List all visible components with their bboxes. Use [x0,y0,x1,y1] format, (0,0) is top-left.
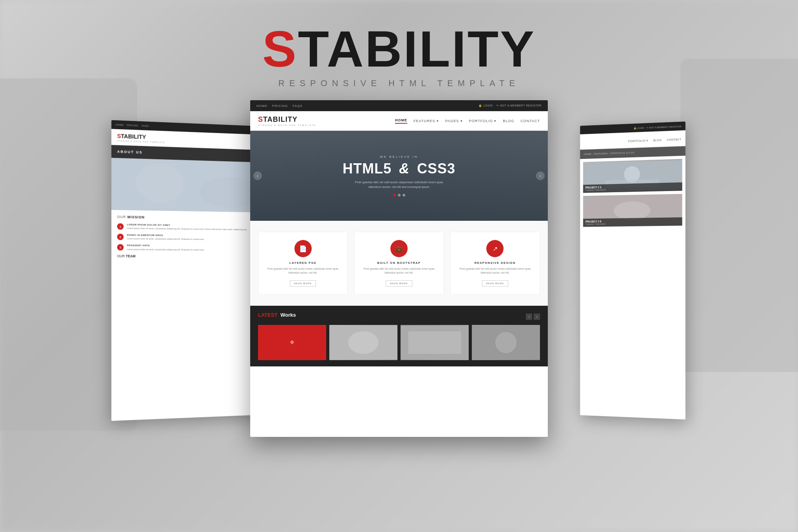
latest-overlay-1: ⚙ [258,325,326,360]
team-label: TEAM [126,254,135,258]
latest-arrow-left[interactable]: ‹ [526,314,532,320]
latest-item-1[interactable]: ⚙ [258,325,326,360]
hero-css3: CSS3 [417,161,455,177]
about-us-title: ABOUT US [117,150,143,154]
right-portfolio-item-2[interactable]: PROJECT # 6 Category / description [583,194,682,227]
left-nav-faqs[interactable]: FAQS [142,124,149,127]
hero-dot-3[interactable] [403,194,405,197]
latest-rest: Works [280,312,296,318]
left-logo: STABILITY STRONG & BOLD PSD TEMPLATE [117,132,165,144]
right-nav-portfolio[interactable]: PORTFOLIO ▾ [628,139,648,142]
hero-dot-1[interactable] [393,194,396,197]
right-portfolio-grid: PROJECT # 3 Category / description PROJE… [580,156,685,230]
brand-s-letter: S [262,20,298,78]
hero-arrow-left[interactable]: ‹ [253,171,262,180]
left-logo-s: S [117,133,121,139]
latest-item-2[interactable] [329,325,397,360]
latest-item-3[interactable] [401,325,469,360]
center-logo-s: S [258,115,263,123]
mission-num-3: 3 [117,244,124,251]
feature-card-1: 📄 LAYERED PSD Proin gravida nibh vel vel… [258,232,348,295]
our-label: OUR [117,215,126,219]
center-features: 📄 LAYERED PSD Proin gravida nibh vel vel… [250,221,548,306]
hero-description: Proin gravida nibh vel velit auctor aliq… [350,180,448,189]
mission-text-2: DONEC ELEMENTUM EROS Lorem ipsum dolor s… [127,233,204,241]
right-login[interactable]: 🔒 LOGIN [634,126,644,129]
mission-text-1: LOREM IPSUM DOLOR SIT AMET Lorem ipsum d… [127,223,247,232]
main-title: STABILITY [262,23,536,74]
left-nav-pricing[interactable]: PRICING [127,124,138,127]
our-team-label: OUR [117,254,125,258]
center-nav-pricing[interactable]: PRICING [272,104,288,108]
center-logo-wrap: STABILITY STRONG & BOLD PSD TEMPLATE [258,115,316,126]
center-main-nav: HOME FEATURES ▾ PAGES ▾ PORTFOLIO ▾ BLOG… [395,118,540,124]
center-topbar: HOME PRICING FAQS 🔒 LOGIN ✏ NOT A MEMBER… [250,100,548,111]
center-hero: ‹ WE BELIEVE IN HTML5 & CSS3 Proin gravi… [250,131,548,221]
brand-rest: TABILITY [298,20,536,78]
nav-features[interactable]: FEATURES ▾ [413,119,439,123]
center-nav-faqs[interactable]: FAQS [292,104,302,108]
nav-pages[interactable]: PAGES ▾ [445,119,463,123]
mission-num-2: 2 [117,234,124,240]
feature-btn-2[interactable]: READ MORE [386,280,412,287]
topbar-login[interactable]: 🔒 LOGIN [478,104,493,107]
left-logo-rest: TABILITY [121,133,146,140]
left-nav-home[interactable]: HOME [116,123,124,126]
latest-header: LATEST Works ‹ › [258,312,540,322]
center-header: STABILITY STRONG & BOLD PSD TEMPLATE HOM… [250,111,548,131]
latest-icon-1: ⚙ [287,337,297,348]
breadcrumb-text: HOME › FEATURES › PORTFOLIO & CVS [584,151,634,155]
feature-icon-3: ↗ [486,240,504,257]
latest-arrow-right[interactable]: › [534,314,540,320]
center-topbar-right: 🔒 LOGIN ✏ NOT A MEMBER? REGISTER [478,104,542,107]
nav-contact[interactable]: CONTACT [520,119,540,123]
hero-amp: & [399,161,410,177]
title-area: STABILITY RESPONSIVE HTML TEMPLATE [262,23,536,88]
nav-portfolio[interactable]: PORTFOLIO ▾ [469,119,496,123]
feature-btn-3[interactable]: READ MORE [482,280,508,287]
latest-grid: ⚙ [258,325,540,360]
feature-card-3: ↗ RESPONSIVE DESIGN Proin gravida nibh v… [450,232,540,295]
svg-point-9 [495,332,516,353]
right-register[interactable]: ✏ NOT A MEMBER? REGISTER [646,124,681,129]
screenshot-right: 🔒 LOGIN ✏ NOT A MEMBER? REGISTER PORTFOL… [580,121,685,419]
hero-html5: HTML5 [343,161,392,177]
main-wrapper: STABILITY RESPONSIVE HTML TEMPLATE HOME … [0,0,798,532]
subtitle: RESPONSIVE HTML TEMPLATE [262,78,536,88]
left-topbar-nav: HOME PRICING FAQS [116,123,149,127]
nav-blog[interactable]: BLOG [503,119,514,123]
right-topbar-right: 🔒 LOGIN ✏ NOT A MEMBER? REGISTER [634,124,682,129]
latest-img-3 [401,325,469,360]
center-topbar-nav: HOME PRICING FAQS [256,104,303,108]
hero-dots [393,194,405,197]
hero-pre-title: WE BELIEVE IN [380,155,418,159]
mission-text-3: PRAESENT ANTE Lorem ipsum dolor sit amet… [127,244,204,251]
screenshot-center: HOME PRICING FAQS 🔒 LOGIN ✏ NOT A MEMBER… [250,100,548,437]
hero-arrow-right[interactable]: › [536,171,545,180]
mission-num-1: 1 [117,223,124,230]
feature-card-2: 💼 BUILT ON BOOTSTRAP Proin gravida nibh … [354,232,444,295]
right-nav: PORTFOLIO ▾ BLOG CONTACT [625,135,681,144]
center-nav-home[interactable]: HOME [256,104,267,108]
hero-dot-2[interactable] [398,194,401,197]
right-portfolio-label-2: PROJECT # 6 Category / description [583,217,682,227]
topbar-register[interactable]: ✏ NOT A MEMBER? REGISTER [496,104,542,107]
screenshots-wrapper: HOME PRICING FAQS STABILITY STRONG & BOL… [125,100,673,453]
mission-label: MISSION [127,215,144,219]
center-latest: LATEST Works ‹ › ⚙ [250,306,548,366]
feature-desc-3: Proin gravida nibh vel velit auctor enea… [456,267,534,275]
feature-btn-1[interactable]: READ MORE [290,280,316,287]
right-nav-contact[interactable]: CONTACT [667,138,682,141]
feature-title-3: RESPONSIVE DESIGN [456,261,534,265]
center-logo-rest: TABILITY [263,115,298,123]
latest-item-4[interactable] [472,325,540,360]
latest-highlight: LATEST [258,312,278,318]
feature-title-1: LAYERED PSD [264,261,342,265]
feature-title-2: BUILT ON BOOTSTRAP [360,261,438,265]
feature-icon-1: 📄 [294,240,312,257]
latest-title: LATEST Works [258,312,296,318]
right-portfolio-item-1[interactable]: PROJECT # 3 Category / description [583,159,682,193]
nav-home[interactable]: HOME [395,118,407,124]
right-nav-blog[interactable]: BLOG [653,139,662,142]
feature-desc-2: Proin gravida nibh vel velit auctor enea… [360,267,438,275]
